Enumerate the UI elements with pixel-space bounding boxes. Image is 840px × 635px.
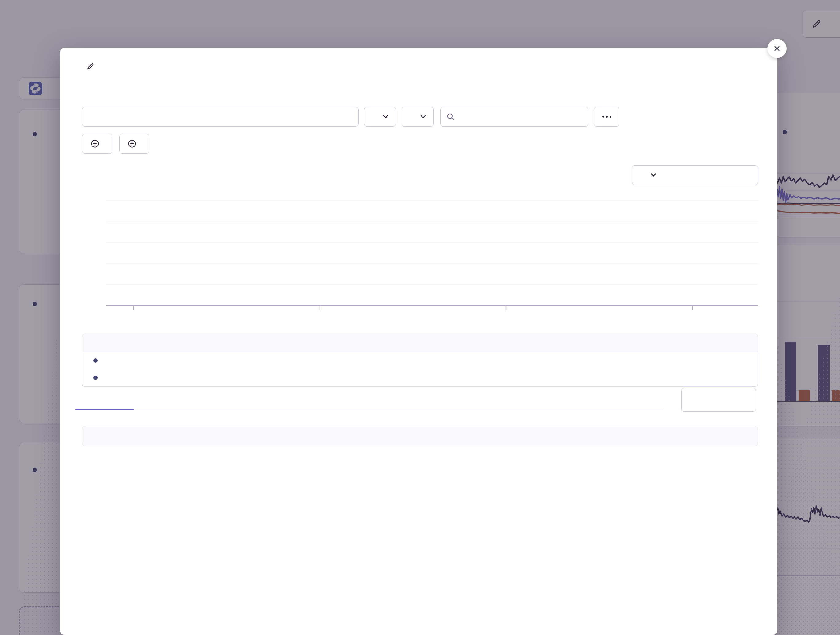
y-axis-tick [60,279,103,289]
edit-title-pencil-icon[interactable] [86,62,95,71]
span-samples-table [82,426,758,446]
chevron-down-icon [650,172,657,178]
plus-circle-icon [128,139,137,148]
ellipsis-icon [606,116,608,118]
metric-details-modal [60,47,777,635]
series-summary-table [82,334,758,387]
filter-by-tags-input[interactable] [459,112,583,121]
plus-circle-icon [90,139,99,148]
close-button[interactable] [767,39,786,58]
aggregation-select[interactable] [364,107,396,126]
y-axis-tick [60,301,103,310]
visualization-select[interactable] [632,165,758,185]
active-tab-indicator [75,409,134,410]
span-table-header [82,426,758,446]
filter-by-tags-field[interactable] [440,107,588,126]
add-metric-button[interactable] [82,134,112,153]
chevron-down-icon [382,113,389,120]
group-by-select[interactable] [401,107,434,126]
ellipsis-icon [602,116,604,118]
tab-divider [75,410,663,410]
add-equation-button[interactable] [119,134,149,153]
more-options-button[interactable] [594,107,619,126]
metric-query-input[interactable] [82,107,358,126]
ellipsis-icon [609,116,611,118]
y-axis-tick [60,258,103,268]
y-axis-tick [60,193,103,203]
y-axis-tick [60,236,103,246]
summary-header-row [82,334,758,352]
summary-row-de [82,369,758,386]
chevron-down-icon [420,113,426,120]
series-color-dot [93,375,98,380]
line-chart-canvas [106,187,758,313]
series-color-dot [93,358,98,362]
y-axis-tick [60,214,103,224]
search-icon [446,112,455,121]
open-in-traces-button[interactable] [682,388,756,412]
close-icon [772,44,782,53]
summary-row-prod [82,352,758,369]
